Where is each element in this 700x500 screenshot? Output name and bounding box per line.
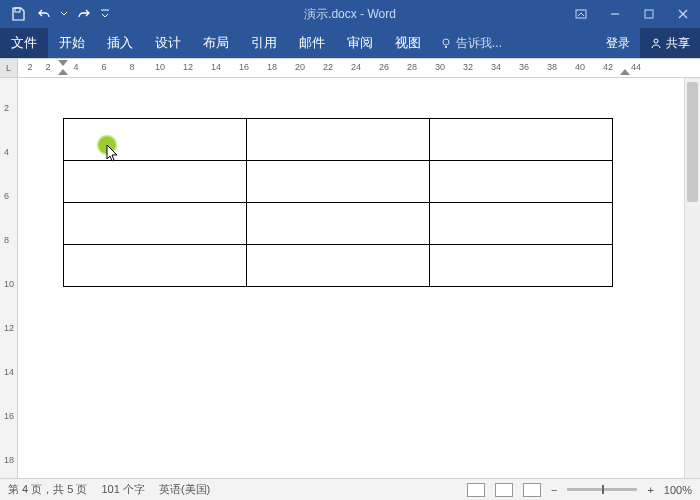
table-cell[interactable] — [247, 119, 430, 161]
tab-selector[interactable]: L — [0, 59, 18, 77]
tell-me-search[interactable]: 告诉我... — [432, 28, 510, 58]
tab-layout[interactable]: 布局 — [192, 28, 240, 58]
ruler-tick: 18 — [267, 62, 277, 72]
web-layout-button[interactable] — [523, 483, 541, 497]
scrollbar-thumb[interactable] — [687, 82, 698, 202]
table-cell[interactable] — [430, 245, 613, 287]
table-row[interactable] — [64, 161, 613, 203]
zoom-in-button[interactable]: + — [647, 484, 653, 496]
word-count-status[interactable]: 101 个字 — [101, 482, 144, 497]
read-mode-button[interactable] — [467, 483, 485, 497]
ruler-tick: 28 — [407, 62, 417, 72]
close-icon — [678, 9, 688, 19]
tab-file[interactable]: 文件 — [0, 28, 48, 58]
vruler-tick: 2 — [4, 103, 9, 113]
svg-rect-0 — [15, 8, 20, 12]
minimize-icon — [610, 9, 620, 19]
ruler-tick: 4 — [73, 62, 78, 72]
table-cell[interactable] — [430, 161, 613, 203]
ruler-tick: 22 — [323, 62, 333, 72]
ruler-tick: 40 — [575, 62, 585, 72]
page[interactable] — [18, 78, 684, 488]
ruler-tick: 38 — [547, 62, 557, 72]
ruler-tick: 26 — [379, 62, 389, 72]
document-title: 演示.docx - Word — [304, 6, 396, 23]
language-status[interactable]: 英语(美国) — [159, 482, 210, 497]
table-cell[interactable] — [247, 203, 430, 245]
ruler-tick: 32 — [463, 62, 473, 72]
vruler-tick: 6 — [4, 191, 9, 201]
status-bar: 第 4 页，共 5 页 101 个字 英语(美国) − + 100% — [0, 478, 700, 500]
zoom-slider[interactable] — [567, 488, 637, 491]
svg-point-3 — [443, 39, 449, 45]
tab-review[interactable]: 审阅 — [336, 28, 384, 58]
save-button[interactable] — [6, 3, 30, 25]
table-cell[interactable] — [430, 119, 613, 161]
table-cell[interactable] — [64, 245, 247, 287]
tab-view[interactable]: 视图 — [384, 28, 432, 58]
svg-rect-1 — [576, 10, 586, 18]
ruler-tick: 10 — [155, 62, 165, 72]
redo-icon — [77, 7, 91, 21]
tab-design[interactable]: 设计 — [144, 28, 192, 58]
ruler-tick: 20 — [295, 62, 305, 72]
title-bar: 演示.docx - Word — [0, 0, 700, 28]
redo-button[interactable] — [72, 3, 96, 25]
window-controls — [564, 0, 700, 28]
tab-references[interactable]: 引用 — [240, 28, 288, 58]
ribbon-tabs: 文件 开始 插入 设计 布局 引用 邮件 审阅 视图 告诉我... 登录 共享 — [0, 28, 700, 58]
close-button[interactable] — [666, 0, 700, 28]
undo-dropdown[interactable] — [58, 3, 70, 25]
table-cell[interactable] — [247, 245, 430, 287]
save-icon — [11, 7, 25, 21]
share-icon — [650, 37, 662, 49]
table-cell[interactable] — [64, 161, 247, 203]
ruler-tick: 36 — [519, 62, 529, 72]
right-indent-marker[interactable] — [620, 69, 630, 77]
chevron-down-icon — [60, 10, 68, 18]
table-row[interactable] — [64, 119, 613, 161]
ruler-tick: 30 — [435, 62, 445, 72]
table-row[interactable] — [64, 203, 613, 245]
ruler-tick: 8 — [129, 62, 134, 72]
zoom-out-button[interactable]: − — [551, 484, 557, 496]
qat-customize[interactable] — [98, 3, 112, 25]
horizontal-ruler[interactable]: L 22468101214161820222426283032343638404… — [0, 58, 700, 78]
document-table[interactable] — [63, 118, 613, 287]
tab-mailings[interactable]: 邮件 — [288, 28, 336, 58]
share-label: 共享 — [666, 35, 690, 52]
ribbon-display-options[interactable] — [564, 0, 598, 28]
document-canvas[interactable] — [18, 78, 684, 488]
ruler-tick: 6 — [101, 62, 106, 72]
ribbon-options-icon — [575, 9, 587, 19]
maximize-button[interactable] — [632, 0, 666, 28]
vertical-ruler[interactable]: 24681012141618 — [0, 78, 18, 488]
ruler-scale[interactable]: 2246810121416182022242628303234363840424… — [18, 59, 700, 77]
first-line-indent-marker[interactable] — [58, 60, 68, 68]
table-cell[interactable] — [64, 203, 247, 245]
table-cell[interactable] — [64, 119, 247, 161]
maximize-icon — [644, 9, 654, 19]
ruler-tick: 34 — [491, 62, 501, 72]
login-button[interactable]: 登录 — [596, 28, 640, 58]
table-row[interactable] — [64, 245, 613, 287]
share-button[interactable]: 共享 — [640, 28, 700, 58]
tab-home[interactable]: 开始 — [48, 28, 96, 58]
undo-button[interactable] — [32, 3, 56, 25]
print-layout-button[interactable] — [495, 483, 513, 497]
ruler-tick: 14 — [211, 62, 221, 72]
tab-insert[interactable]: 插入 — [96, 28, 144, 58]
zoom-level[interactable]: 100% — [664, 484, 692, 496]
hanging-indent-marker[interactable] — [58, 69, 68, 77]
svg-point-4 — [654, 39, 658, 43]
page-number-status[interactable]: 第 4 页，共 5 页 — [8, 482, 87, 497]
minimize-button[interactable] — [598, 0, 632, 28]
ruler-tick: 12 — [183, 62, 193, 72]
ruler-tick: 16 — [239, 62, 249, 72]
table-cell[interactable] — [430, 203, 613, 245]
table-cell[interactable] — [247, 161, 430, 203]
ruler-tick: 44 — [631, 62, 641, 72]
vertical-scrollbar[interactable] — [684, 78, 700, 488]
tell-me-label: 告诉我... — [456, 35, 502, 52]
ruler-tick: 2 — [27, 62, 32, 72]
